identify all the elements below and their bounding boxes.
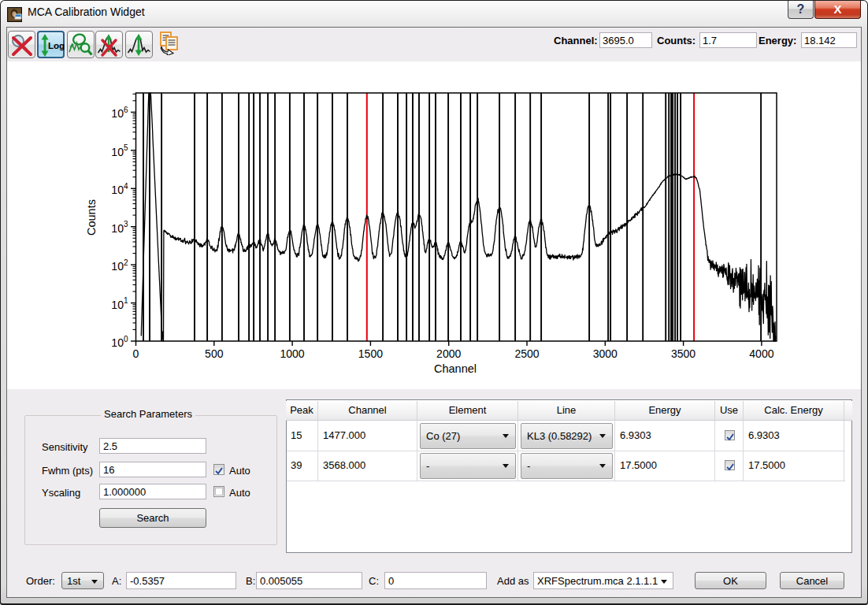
svg-text:102: 102	[111, 258, 128, 273]
svg-text:100: 100	[111, 335, 128, 350]
svg-text:105: 105	[111, 143, 128, 158]
svg-text:500: 500	[205, 347, 224, 360]
svg-text:103: 103	[111, 220, 128, 235]
svg-text:3000: 3000	[593, 347, 618, 360]
svg-text:Channel: Channel	[434, 362, 477, 375]
svg-text:Counts: Counts	[85, 199, 98, 236]
svg-text:Log: Log	[48, 41, 65, 50]
svg-text:2500: 2500	[514, 347, 539, 360]
svg-text:4000: 4000	[749, 347, 773, 360]
svg-text:0: 0	[133, 347, 139, 360]
svg-text:1000: 1000	[280, 347, 305, 360]
svg-text:1500: 1500	[358, 347, 383, 360]
svg-text:106: 106	[111, 106, 128, 121]
svg-text:2000: 2000	[436, 347, 461, 360]
svg-text:3500: 3500	[671, 347, 696, 360]
svg-text:101: 101	[111, 296, 128, 311]
svg-text:104: 104	[111, 182, 128, 197]
